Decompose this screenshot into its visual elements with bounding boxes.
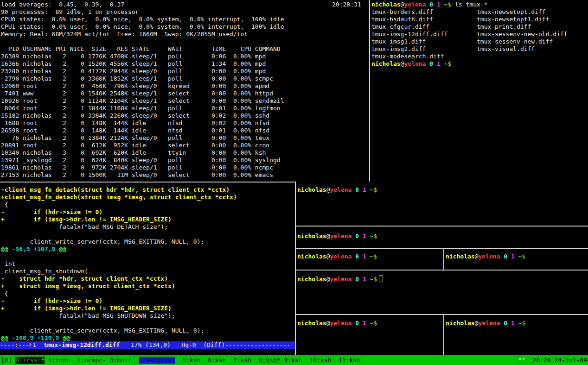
status-window-item[interactable]: 1:todo — [48, 357, 70, 364]
shell-prompt-line: nicholas@yelena 0 1 ~$ — [371, 60, 587, 68]
pane-top-command[interactable]: load averages: 0.45, 0.39, 0.3790 proces… — [1, 1, 367, 181]
modeline-prefix: ----:---F1 — [0, 341, 44, 348]
prompt-user: nicholas — [371, 1, 401, 8]
pane-border-bottom-vertical — [295, 182, 296, 355]
status-window-item[interactable]: 5:ksh — [182, 357, 200, 364]
status-session-name: [0] — [1, 357, 15, 364]
diff-line-add: + if (imsg->hdr.len != IMSG_HEADER_SIZE) — [1, 305, 294, 312]
shell-prompt-line: nicholas@yelena 0 1 ~$ — [297, 320, 442, 327]
process-row: 20891 root 2 0 612K 952K idle select 0:0… — [1, 142, 367, 149]
process-row: 76 nicholas 2 0 1384K 2124K sleep/0 poll… — [1, 134, 367, 142]
pane-border-right-h4 — [296, 314, 588, 315]
pane-shell-3-right[interactable]: nicholas@yelena 0 1 ~$ — [445, 249, 587, 270]
shell-prompt-line: nicholas@yelena 0 1 ~$ — [297, 186, 587, 194]
prompt-jobnum: 1 — [363, 186, 366, 193]
status-window-item[interactable]: 9:ksh — [284, 357, 302, 364]
status-window-item[interactable]: 2:ncmpc- — [77, 357, 106, 364]
top-summary-line: CPU1 states: 0.0% user, 0.0% nice, 0.0% … — [1, 23, 367, 31]
prompt-user: nicholas — [297, 186, 326, 193]
process-row: 10340 nicholas 3 0 692K 620K idle ttyin … — [1, 149, 367, 157]
status-window-item[interactable]: 6:ksh — [208, 357, 226, 364]
terminal-cursor — [379, 275, 383, 282]
pane-shell-bottom-left[interactable]: nicholas@yelena 0 1 ~$ — [296, 316, 442, 355]
pane-shell-ls[interactable]: nicholas@yelena 0 1 ~$ ls tmux-*tmux-bor… — [371, 1, 587, 181]
prompt-dollar: $ — [522, 320, 525, 327]
process-row: 23280 nicholas 2 0 4172K 2944K sleep/0 p… — [1, 68, 367, 75]
prompt-dollar: $ — [373, 233, 377, 239]
prompt-dollar: $ — [373, 186, 377, 193]
process-table-header: PID USERNAME PRI NICE SIZE RES STATE WAI… — [1, 45, 367, 53]
shell-prompt-line: nicholas@yelena 0 1 ~$ — [297, 275, 587, 283]
prompt-jobnum: 1 — [511, 253, 515, 260]
pane-shell-3-left[interactable]: nicholas@yelena 0 1 ~$ — [296, 249, 442, 270]
emacs-modeline: ----:---F1 tmux-imsg-12diff.diff 17% (13… — [0, 341, 295, 349]
prompt-host: yelena — [330, 320, 352, 327]
diff-line-ctx: client_write_server(cctx, MSG_EXITING, N… — [1, 327, 294, 334]
pane-shell-top[interactable]: nicholas@yelena 0 1 ~$ — [296, 182, 587, 226]
file-listing-row: tmux-modesearch.diff — [371, 53, 587, 60]
diff-line-ctx: fatalx("bad MSG_SHUTDOWN size"); — [1, 312, 294, 320]
prompt-host: yelena — [330, 233, 352, 239]
diff-hunk-header: @@ -108,9 +119,9 @@ — [1, 334, 294, 342]
top-summary-line: CPU0 states: 0.0% user, 0.0% nice, 0.0% … — [1, 16, 367, 23]
status-right: "" 20:28 24-Jul-09 — [518, 357, 587, 364]
prompt-user: nicholas — [297, 233, 326, 239]
diff-line-ctx: client_msg_fn_shutdown( — [1, 268, 294, 275]
prompt-histnum: 0 — [355, 253, 359, 260]
prompt-host: yelena — [330, 186, 352, 193]
pane-border-top-vertical — [369, 0, 370, 182]
pane-border-right-v2 — [443, 315, 444, 355]
diff-line-ctx: int — [1, 260, 294, 268]
status-window-item[interactable]: 3:mutt — [110, 357, 132, 364]
process-row: 19861 nicholas 2 0 972K 2704K sleep/1 po… — [1, 164, 367, 171]
prompt-host: yelena — [330, 276, 352, 283]
prompt-user: nicholas — [446, 253, 475, 260]
process-row: 7401 www 2 0 1540K 2548K sleep/1 select … — [1, 90, 367, 97]
ls-command: ls tmux-* — [451, 1, 487, 8]
prompt-jobnum: 1 — [363, 276, 366, 283]
shell-prompt-line: nicholas@yelena 0 1 ~$ — [446, 253, 587, 260]
file-listing-row: tmux-imsg-12diff.diff tmux-sessenv-new-o… — [371, 31, 587, 38]
status-window-item[interactable]: 0:irssi# — [15, 357, 45, 364]
prompt-histnum: 0 — [355, 233, 359, 239]
status-window-item[interactable]: 4:ssh[cvs] — [139, 357, 175, 364]
pane-shell-2[interactable]: nicholas@yelena 0 1 ~$ — [296, 229, 587, 248]
pane-border-right-h1 — [296, 226, 588, 227]
diff-line-del: - if (hdr->size != 0) — [1, 208, 294, 216]
status-pane-title: "" — [518, 357, 525, 364]
process-row: 1688 root 2 0 148K 144K idle nfsd 0:02 0… — [1, 120, 367, 127]
pane-shell-bottom-right[interactable]: nicholas@yelena 0 1 ~$ — [445, 316, 587, 355]
status-window-item[interactable]: 8:ksh* — [259, 357, 281, 364]
process-row: 26309 nicholas 2 0 1776K 4708K sleep/1 p… — [1, 53, 367, 60]
file-listing-row: tmux-borders.diff tmux-newsetopt.diff — [371, 8, 587, 16]
pane-emacs-diff[interactable]: -client_msg_fn_detach(struct hdr *hdr, s… — [1, 186, 294, 342]
status-window-item[interactable]: 11:ksh — [339, 357, 360, 364]
prompt-dollar: $ — [522, 253, 525, 260]
status-window-item[interactable]: 7:ksh — [233, 357, 251, 364]
diff-line-ctx: { — [1, 290, 294, 297]
diff-line-add: +client_msg_fn_detach(struct imsg *imsg,… — [1, 194, 294, 201]
process-row: 10926 root 2 0 1124K 2104K sleep/1 selec… — [1, 97, 367, 105]
prompt-histnum: 0 — [504, 253, 507, 260]
process-row: 13971 _syslogd 2 0 624K 840K sleep/0 pol… — [1, 157, 367, 164]
shell-command-line: nicholas@yelena 0 1 ~$ ls tmux-* — [371, 1, 587, 8]
modeline-filename: tmux-imsg-12diff.diff — [44, 341, 120, 348]
process-row: 16366 nicholas 2 0 1520K 4556K sleep/1 p… — [1, 60, 367, 68]
diff-line-add: + if (imsg->hdr.len != IMSG_HEADER_SIZE) — [1, 216, 294, 223]
prompt-user: nicholas — [297, 276, 326, 283]
prompt-jobnum: 1 — [511, 320, 515, 327]
prompt-user: nicholas — [371, 60, 401, 67]
diff-line-add: + struct imsg *imsg, struct client_ctx *… — [1, 283, 294, 290]
prompt-histnum: 0 — [429, 1, 433, 8]
pane-shell-active[interactable]: nicholas@yelena 0 1 ~$ — [296, 271, 587, 314]
tmux-terminal-screen: load averages: 0.45, 0.39, 0.3790 proces… — [0, 0, 588, 365]
top-clock: 20:28:31 — [332, 1, 361, 8]
prompt-host: yelena — [478, 253, 500, 260]
diff-line-ctx: { — [1, 201, 294, 208]
prompt-histnum: 0 — [429, 60, 433, 67]
prompt-host: yelena — [478, 320, 500, 327]
prompt-jobnum: 1 — [363, 253, 366, 260]
top-summary-line: Memory: Real: 68M/324M act/tot Free: 166… — [1, 31, 367, 38]
status-window-item[interactable]: 10:ksh — [309, 357, 331, 364]
diff-line-ctx — [1, 320, 294, 327]
